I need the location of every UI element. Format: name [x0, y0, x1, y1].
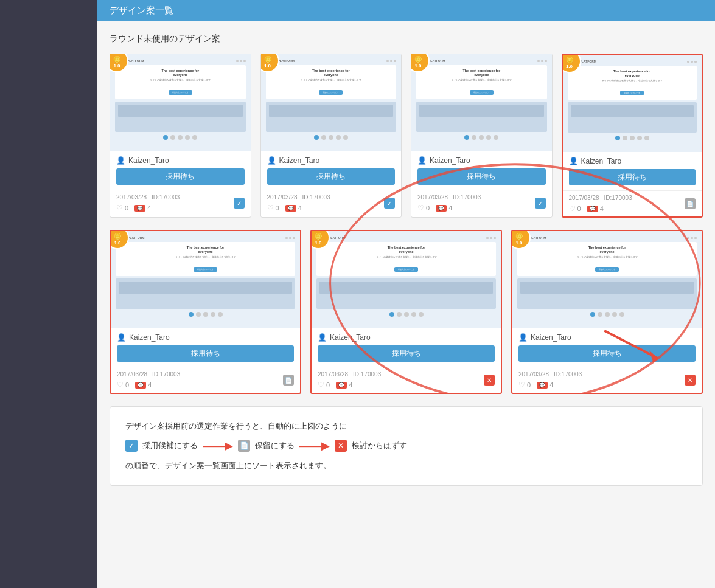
card-date: 2017/03/28 — [116, 194, 147, 201]
preview-hero: The best experience foreveryone サイトの継続的な… — [115, 65, 246, 99]
designs-grid-row2: 🪙 1.0 KAIZEN PLATFORM The best ex — [97, 230, 715, 394]
adopt-button[interactable]: 採用待ち — [117, 345, 294, 362]
heart-icon: ♡ — [116, 204, 123, 212]
card-id: ID:170003 — [152, 194, 180, 201]
card-meta: 2017/03/28 ID:170003 ♡ 0 💬 4 — [110, 190, 251, 216]
annotation-line1: デザイン案採用前の選定作業を行うと、自動的に上図のように — [125, 419, 687, 433]
coin-icon: 🪙 — [113, 56, 120, 63]
adopt-button[interactable]: 採用待ち — [267, 168, 396, 185]
design-card-highlighted: 🪙 1.0 KAIZEN PLATFORM The best ex — [562, 54, 703, 218]
status-icon: ✓ — [234, 198, 245, 209]
status-icon: 📄 — [283, 375, 294, 386]
comment-icon: 💬 — [134, 205, 145, 212]
adopt-button[interactable]: 採用待ち — [318, 345, 495, 362]
design-card: 🪙 1.0 KAIZEN PLATFORM The best ex — [310, 230, 502, 394]
adopt-button[interactable]: 採用待ち — [417, 168, 546, 185]
status-icon: ✓ — [535, 198, 546, 209]
card-footer: 👤 Kaizen_Taro 採用待ち — [110, 151, 251, 190]
annotation-flow: ✓ 採用候補にする ——▶ 📄 保留にする ——▶ ✕ 検討からはずす — [125, 439, 687, 452]
flow-remove-label: 検討からはずす — [352, 440, 407, 451]
flow-icon-blue: ✓ — [125, 440, 138, 452]
comment-stat: 💬 4 — [134, 204, 151, 212]
design-card: 🪙 1.0 KAIZEN PLATFORM The best ex — [411, 54, 553, 218]
adopt-button[interactable]: 採用待ち — [116, 168, 245, 185]
design-card: 🪙 1.0 KAIZEN PLATFORM The best ex — [511, 230, 703, 394]
status-icon: ✓ — [384, 198, 395, 209]
flow-icon-gray: 📄 — [238, 440, 250, 452]
card-preview: 🪙 1.0 KAIZEN PLATFORM The best ex — [110, 54, 251, 151]
preview-screenshot — [115, 102, 246, 132]
status-icon: ✕ — [484, 375, 495, 386]
adopt-button[interactable]: 採用待ち — [569, 169, 696, 185]
design-card: 🪙 1.0 KAIZEN PLATFORM The best ex — [110, 230, 301, 394]
annotation-box: デザイン案採用前の選定作業を行うと、自動的に上図のように ✓ 採用候補にする —… — [110, 406, 703, 486]
status-icon: 📄 — [685, 198, 696, 209]
status-icon: ✕ — [685, 375, 696, 386]
flow-icon-red: ✕ — [335, 440, 347, 452]
page-title: デザイン案一覧 — [110, 5, 703, 16]
main-content: デザイン案一覧 ラウンド未使用のデザイン案 🪙 1.0 KAIZEN PLATF… — [97, 0, 715, 588]
heart-stat: ♡ 0 — [116, 204, 128, 212]
flow-hold-label: 保留にする — [255, 440, 295, 451]
designs-grid-row1: 🪙 1.0 KAIZEN PLATFORM The best ex — [97, 54, 715, 218]
arrow-icon2: ——▶ — [299, 439, 330, 452]
section-title: ラウンド未使用のデザイン案 — [110, 33, 703, 44]
user-icon: 👤 — [116, 156, 125, 165]
heart-count: 0 — [125, 204, 128, 212]
page-header: デザイン案一覧 — [97, 0, 715, 21]
username: Kaizen_Taro — [128, 156, 169, 165]
kp-header: KAIZEN PLATFORM — [115, 59, 246, 63]
comment-count: 4 — [147, 204, 151, 212]
card-user: 👤 Kaizen_Taro — [116, 156, 245, 165]
adopt-button[interactable]: 採用待ち — [518, 345, 696, 362]
design-card: 🪙 1.0 KAIZEN PLATFORM The best ex — [260, 54, 402, 218]
version-num: 1.0 — [113, 64, 120, 69]
design-card: 🪙 1.0 KAIZEN PLATFORM The best ex — [110, 54, 251, 218]
section-wrapper: 🪙 1.0 KAIZEN PLATFORM The best ex — [97, 54, 715, 394]
card-preview: 🪙 1.0 KAIZEN PLATFORM The best ex — [261, 54, 402, 151]
flow-adopt-label: 採用候補にする — [142, 440, 198, 451]
sidebar — [0, 0, 97, 588]
arrow-icon: ——▶ — [203, 439, 233, 452]
annotation-line2: の順番で、デザイン案一覧画面上にソート表示されます。 — [125, 458, 687, 472]
